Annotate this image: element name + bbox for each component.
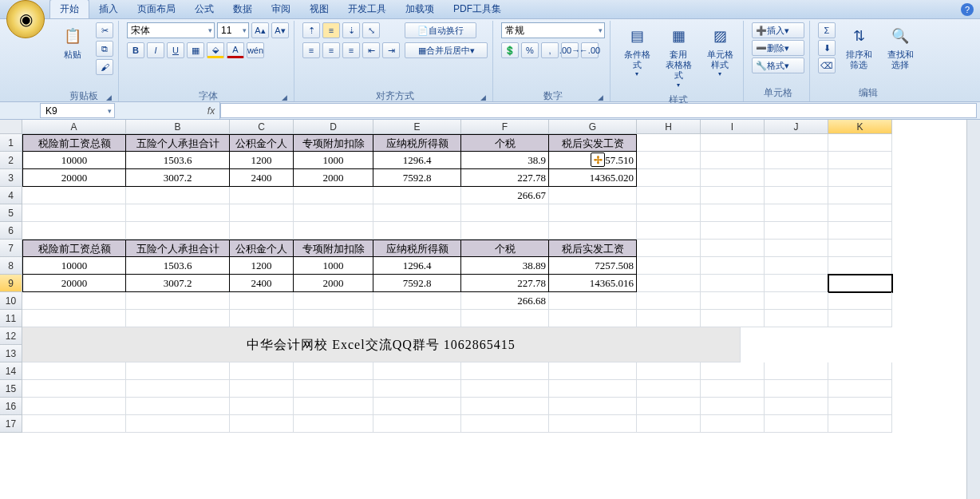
row-header-10[interactable]: 10 <box>0 292 22 310</box>
cell[interactable] <box>294 380 373 398</box>
cell[interactable] <box>461 362 549 380</box>
dialog-launcher-icon[interactable]: ◢ <box>302 93 486 101</box>
cell[interactable] <box>22 310 126 327</box>
cell[interactable] <box>294 222 373 240</box>
fill-button[interactable]: ⬇ <box>818 40 836 56</box>
data-cell[interactable]: 1200 <box>230 152 294 169</box>
data-cell[interactable]: 227.78 <box>461 169 549 187</box>
format-painter-button[interactable]: 🖌 <box>96 59 113 75</box>
row-header-3[interactable]: 3 <box>0 169 22 187</box>
row-header-4[interactable]: 4 <box>0 187 22 204</box>
format-as-table-button[interactable]: ▦套用 表格格式▾ <box>660 22 697 92</box>
cell[interactable] <box>230 415 294 433</box>
font-size-combo[interactable]: 11 <box>217 22 249 38</box>
clear-button[interactable]: ⌫ <box>818 57 836 73</box>
tab-5[interactable]: 审阅 <box>262 0 300 18</box>
decrease-indent-button[interactable]: ⇤ <box>362 42 380 58</box>
dialog-launcher-icon[interactable]: ◢ <box>54 93 112 101</box>
cell[interactable] <box>701 152 765 169</box>
row-header-12[interactable]: 12 <box>0 327 22 345</box>
vertical-scrollbar[interactable] <box>966 120 980 499</box>
font-color-button[interactable]: A <box>227 42 244 58</box>
data-cell[interactable]: 1503.6 <box>126 152 230 169</box>
cell[interactable] <box>294 187 373 204</box>
phonetic-button[interactable]: wén <box>247 42 264 58</box>
delete-cells-button[interactable]: ➖ 删除 ▾ <box>752 40 804 56</box>
cell[interactable] <box>765 257 828 275</box>
cell[interactable] <box>126 204 230 222</box>
data-cell[interactable]: 7592.8 <box>373 169 461 187</box>
data-cell[interactable]: 14365.020 <box>549 169 637 187</box>
cell[interactable] <box>230 398 294 415</box>
cell[interactable] <box>701 310 765 327</box>
cell[interactable] <box>22 362 126 380</box>
conditional-format-button[interactable]: ▤条件格式▾ <box>618 22 655 81</box>
cell[interactable] <box>126 187 230 204</box>
data-cell[interactable]: 1000 <box>294 257 373 275</box>
table-header[interactable]: 税险前工资总额 <box>22 134 126 152</box>
cell[interactable] <box>828 204 892 222</box>
cell[interactable] <box>637 275 701 292</box>
tab-7[interactable]: 开发工具 <box>338 0 396 18</box>
cell[interactable] <box>549 398 637 415</box>
cell[interactable] <box>373 187 461 204</box>
table-header[interactable]: 税后实发工资 <box>549 240 637 257</box>
row-header-8[interactable]: 8 <box>0 257 22 275</box>
row-header-14[interactable]: 14 <box>0 362 22 380</box>
cell[interactable]: 266.67 <box>461 187 549 204</box>
cell[interactable] <box>294 292 373 310</box>
grow-font-button[interactable]: A▴ <box>251 22 269 38</box>
comma-button[interactable]: , <box>541 42 559 58</box>
data-cell[interactable]: 3007.2 <box>126 169 230 187</box>
data-cell[interactable]: 1296.4 <box>373 257 461 275</box>
table-header[interactable]: 税后实发工资 <box>549 134 637 152</box>
data-cell[interactable]: 2000 <box>294 275 373 292</box>
cell[interactable] <box>22 398 126 415</box>
cell[interactable] <box>765 169 828 187</box>
data-cell[interactable]: 3007.2 <box>126 275 230 292</box>
cell[interactable] <box>765 240 828 257</box>
data-cell[interactable]: 1200 <box>230 257 294 275</box>
col-header-K[interactable]: K <box>828 120 892 134</box>
data-cell[interactable]: 14365.016 <box>549 275 637 292</box>
cell[interactable] <box>549 187 637 204</box>
col-header-D[interactable]: D <box>294 120 373 134</box>
cell[interactable] <box>22 204 126 222</box>
row-header-1[interactable]: 1 <box>0 134 22 152</box>
cell[interactable] <box>230 187 294 204</box>
cell[interactable] <box>637 310 701 327</box>
cell[interactable] <box>22 222 126 240</box>
fx-button[interactable]: fx <box>203 102 220 119</box>
autosum-button[interactable]: Σ <box>818 22 836 38</box>
cell[interactable] <box>828 275 892 292</box>
align-center-button[interactable]: ≡ <box>322 42 340 58</box>
cell[interactable] <box>461 415 549 433</box>
fill-color-button[interactable]: ⬙ <box>207 42 224 58</box>
table-header[interactable]: 公积金个人 <box>230 240 294 257</box>
cell[interactable] <box>22 380 126 398</box>
data-cell[interactable]: 2000 <box>294 169 373 187</box>
cell[interactable] <box>765 362 828 380</box>
cell[interactable] <box>230 362 294 380</box>
row-header-9[interactable]: 9 <box>0 275 22 292</box>
align-right-button[interactable]: ≡ <box>342 42 360 58</box>
cell[interactable] <box>765 152 828 169</box>
cell[interactable] <box>765 134 828 152</box>
cell[interactable] <box>373 362 461 380</box>
cell[interactable] <box>828 240 892 257</box>
cut-button[interactable]: ✂ <box>96 22 113 38</box>
cell[interactable] <box>701 187 765 204</box>
help-icon[interactable]: ? <box>961 3 974 16</box>
cell[interactable] <box>230 292 294 310</box>
cell[interactable] <box>461 204 549 222</box>
table-header[interactable]: 应纳税所得额 <box>373 240 461 257</box>
table-header[interactable]: 个税 <box>461 240 549 257</box>
col-header-A[interactable]: A <box>22 120 126 134</box>
cell[interactable] <box>461 380 549 398</box>
cell[interactable] <box>294 204 373 222</box>
cell[interactable] <box>765 292 828 310</box>
cell[interactable] <box>701 240 765 257</box>
cell[interactable] <box>701 380 765 398</box>
orientation-button[interactable]: ⤡ <box>362 22 380 38</box>
decrease-decimal-button[interactable]: ←.00 <box>581 42 599 58</box>
